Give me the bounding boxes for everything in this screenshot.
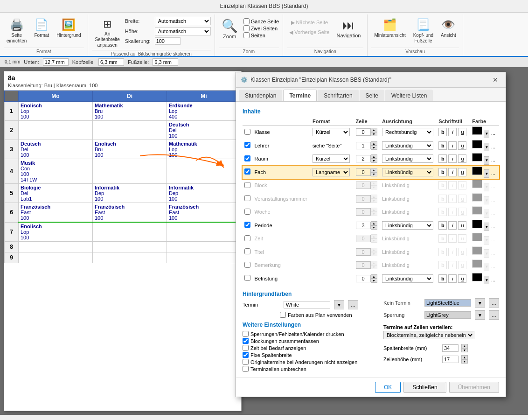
tab-weitere-listen[interactable]: Weitere Listen <box>385 90 433 101</box>
lehrer-checkbox[interactable] <box>244 142 250 148</box>
fach-underline-btn[interactable]: u <box>458 168 466 176</box>
veranstaltung-checkbox[interactable] <box>244 195 250 201</box>
klasse-bold-btn[interactable]: b <box>438 128 447 136</box>
ansicht-button[interactable]: 👁️ Ansicht <box>438 16 459 40</box>
navigation-big-button[interactable]: ⏭ Navigation <box>333 16 363 40</box>
klasse-italic-btn[interactable]: i <box>448 128 457 136</box>
periode-zeile-spinner[interactable]: ▲ ▼ <box>371 221 377 230</box>
klasse-zeile-input[interactable] <box>356 128 371 136</box>
befristung-checkbox[interactable] <box>244 275 250 281</box>
fusszeile-input[interactable] <box>153 58 178 66</box>
seiten-checkbox[interactable] <box>243 32 250 38</box>
blockungen-checkbox[interactable] <box>243 338 249 344</box>
termin-bg-dropdown[interactable]: ▼ <box>334 300 344 309</box>
raum-bold-btn[interactable]: b <box>438 154 447 163</box>
skalierung-input[interactable] <box>155 37 181 45</box>
raum-underline-btn[interactable]: u <box>458 154 466 163</box>
raum-dots[interactable]: … <box>491 157 495 162</box>
miniaturansicht-button[interactable]: 🗂️ Miniaturansicht <box>371 16 408 40</box>
zeit-bedarf-checkbox[interactable] <box>243 345 249 351</box>
kein-termin-input[interactable] <box>424 299 471 307</box>
periode-checkbox[interactable] <box>244 222 250 228</box>
fach-italic-btn[interactable]: i <box>448 168 457 176</box>
format-button[interactable]: 📄 Format <box>31 16 52 40</box>
raum-zeile-input[interactable] <box>356 155 371 162</box>
fixe-spalten-checkbox[interactable] <box>243 352 249 358</box>
unten-input[interactable] <box>43 58 69 66</box>
uebernehmen-button[interactable]: Übernehmen <box>449 382 499 393</box>
periode-zeile-input[interactable] <box>356 222 371 229</box>
schliessen-button[interactable]: Schließen <box>403 382 446 393</box>
fach-dots[interactable]: … <box>491 171 495 176</box>
fach-checkbox[interactable] <box>244 168 250 175</box>
kopf-fusszeile-button[interactable]: 📃 Kopf- undFußzeile <box>410 16 436 46</box>
tab-seite[interactable]: Seite <box>360 90 384 101</box>
fach-bold-btn[interactable]: b <box>438 168 447 176</box>
dialog-close-button[interactable]: ✕ <box>490 75 501 84</box>
sperrungen-checkbox[interactable] <box>243 331 249 337</box>
kein-termin-dropdown[interactable]: ▼ <box>475 298 485 308</box>
tab-stundenplan[interactable]: Stundenplan <box>239 90 282 101</box>
klasse-color-dropdown[interactable]: ▼ <box>484 130 489 138</box>
lehrer-underline-btn[interactable]: u <box>458 141 466 150</box>
klasse-underline-btn[interactable]: u <box>458 128 466 136</box>
periode-color-dropdown[interactable]: ▼ <box>484 223 489 231</box>
befristung-ausrichtung-select[interactable]: Linksbündig <box>382 274 433 283</box>
termine-auf-zellen-select[interactable]: Blocktermine, zeitgleiche nebeneinander <box>383 331 474 339</box>
kein-termin-dots[interactable]: … <box>489 298 499 308</box>
klasse-checkbox[interactable] <box>244 129 250 135</box>
terminzeilen-checkbox[interactable] <box>243 366 249 372</box>
seite-einrichten-button[interactable]: 🖨️ Seiteeinrichten <box>4 16 29 46</box>
hoehe-select[interactable]: Automatisch <box>155 27 211 35</box>
an-seitenbreite-button[interactable]: ⊞ An Seitenbreiteanpassen <box>92 16 123 50</box>
originaltermine-checkbox[interactable] <box>243 359 249 365</box>
fach-format-select[interactable]: Langname <box>313 168 350 176</box>
spaltenbreite-spinner[interactable]: ▲ ▼ <box>461 344 468 352</box>
raum-italic-btn[interactable]: i <box>448 154 457 163</box>
termin-bg-dots[interactable]: … <box>348 300 358 309</box>
raum-ausrichtung-select[interactable]: Linksbündig <box>382 154 433 163</box>
klasse-zeile-spinner[interactable]: ▲ ▼ <box>371 128 377 136</box>
raum-checkbox[interactable] <box>244 155 250 161</box>
farben-aus-plan-checkbox[interactable] <box>280 312 286 318</box>
seiten-label[interactable]: Seiten <box>243 32 279 38</box>
befristung-zeile-input[interactable] <box>356 275 371 282</box>
hintergrund-button[interactable]: 🖼️ Hintergrund <box>54 16 83 40</box>
befristung-italic-btn[interactable]: i <box>448 274 457 283</box>
zeit-checkbox[interactable] <box>244 235 250 241</box>
ok-button[interactable]: OK <box>375 382 401 393</box>
befristung-color-dropdown[interactable]: ▼ <box>484 276 489 284</box>
zoom-button[interactable]: 🔍 Zoom <box>219 16 241 41</box>
periode-italic-btn[interactable]: i <box>448 221 457 230</box>
fach-color-dropdown[interactable]: ▼ <box>484 169 489 178</box>
titel-checkbox[interactable] <box>244 248 250 254</box>
breite-select[interactable]: Automatisch <box>155 17 211 25</box>
lehrer-zeile-spinner[interactable]: ▲ ▼ <box>371 141 377 150</box>
raum-format-select[interactable]: Kürzel <box>313 154 350 163</box>
periode-bold-btn[interactable]: b <box>438 221 447 230</box>
zwei-seiten-label[interactable]: Zwei Seiten <box>243 25 279 31</box>
sperrung-dropdown[interactable]: ▼ <box>475 310 485 320</box>
kopfzeile-input[interactable] <box>98 58 124 66</box>
woche-checkbox[interactable] <box>244 209 250 215</box>
klasse-ausrichtung-select[interactable]: Rechtsbündig <box>382 128 433 136</box>
befristung-dots[interactable]: … <box>491 277 495 282</box>
ganze-seite-label[interactable]: Ganze Seite <box>243 18 279 24</box>
fach-zeile-spinner[interactable]: ▲ ▼ <box>371 168 377 176</box>
lehrer-color-dropdown[interactable]: ▼ <box>484 143 489 151</box>
spaltenbreite-input[interactable] <box>442 344 459 352</box>
sperrung-dots[interactable]: … <box>489 310 499 320</box>
befristung-zeile-spinner[interactable]: ▲ ▼ <box>371 274 377 283</box>
ganze-seite-checkbox[interactable] <box>243 18 250 24</box>
fach-zeile-input[interactable] <box>356 168 371 176</box>
tab-schriftarten[interactable]: Schriftarten <box>318 90 358 101</box>
sperrung-input[interactable] <box>424 311 471 319</box>
zeilenhoehe-input[interactable] <box>442 356 459 363</box>
klasse-format-select[interactable]: Kürzel <box>313 128 350 136</box>
tab-termine[interactable]: Termine <box>283 90 317 101</box>
periode-underline-btn[interactable]: u <box>458 221 466 230</box>
lehrer-bold-btn[interactable]: b <box>438 141 447 150</box>
block-checkbox[interactable] <box>244 182 250 188</box>
bemerkung-checkbox[interactable] <box>244 262 250 268</box>
farben-aus-plan-label[interactable]: Farben aus Plan verwenden <box>280 312 352 318</box>
